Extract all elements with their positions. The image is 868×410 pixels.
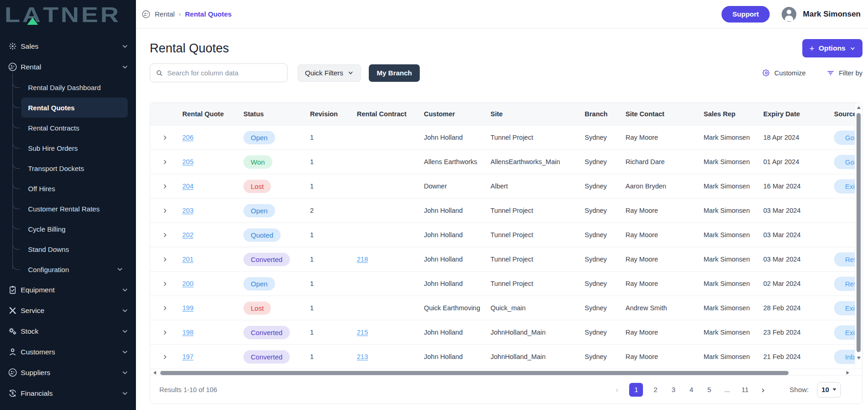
row-expander[interactable] [150,125,182,149]
pagination-page-2[interactable]: 2 [650,383,661,397]
pagination-page-1[interactable]: 1 [629,383,643,397]
sidebar-item-customers[interactable]: Customers [0,342,136,362]
sidebar-item-transport-dockets[interactable]: Transport Dockets [21,158,128,178]
app-logo[interactable]: LATNER [0,0,136,28]
row-expander[interactable] [150,222,182,247]
cell-branch: Sydney [585,320,626,344]
cell-site: Tunnel Project [490,247,585,271]
rental-quote-link[interactable]: 197 [182,353,193,360]
pagination-prev[interactable]: ‹ [611,383,622,397]
sidebar-item-stock[interactable]: Stock [0,321,136,342]
cell-rental-contract [357,174,424,198]
scroll-right-arrow[interactable] [846,371,849,375]
sidebar-item-customer-rental-rates[interactable]: Customer Rental Rates [21,199,128,219]
row-expander[interactable] [150,174,182,198]
sidebar-item-financials[interactable]: $Financials [0,383,136,404]
vertical-scrollbar-thumb[interactable] [857,113,861,352]
row-expander[interactable] [150,296,182,320]
quick-filters-label: Quick Filters [305,69,343,77]
breadcrumb-section[interactable]: Rental [155,10,175,18]
scroll-left-arrow[interactable] [153,371,156,375]
options-button[interactable]: + Options [802,39,862,57]
cell-status: Quoted [243,222,310,247]
cell-customer: John Holland [424,344,490,369]
customize-button[interactable]: Customize [762,69,806,77]
cell-site-contact: Ray Moore [626,344,704,369]
rental-quote-link[interactable]: 204 [182,182,193,190]
scroll-up-arrow[interactable] [857,106,861,109]
chevron-down-icon [122,370,128,376]
rental-quote-link[interactable]: 198 [182,329,193,336]
rental-contract-link[interactable]: 218 [357,256,368,263]
cell-site: Tunnel Project [490,271,585,296]
table-row: 202Quoted1John HollandTunnel ProjectSydn… [150,222,856,247]
page-size-select[interactable]: 10 [817,382,841,398]
chevron-right-icon [162,330,168,336]
cell-rental-contract: 215 [357,320,424,344]
cell-branch: Sydney [585,271,626,296]
row-expander[interactable] [150,247,182,271]
sidebar-item-cycle-billing[interactable]: Cycle Billing [21,219,128,239]
sidebar-item-rental[interactable]: Rental [0,57,136,77]
customers-icon [8,347,17,357]
rental-quote-link[interactable]: 205 [182,158,193,165]
pagination-page-5[interactable]: 5 [704,383,715,397]
horizontal-scrollbar-thumb[interactable] [160,371,789,375]
plus-icon: + [809,44,814,53]
rental-quotes-table-card: Rental QuoteStatusRevisionRental Contrac… [150,102,862,404]
cell-status: Lost [243,296,310,320]
rental-contract-link[interactable]: 215 [357,329,368,336]
cell-expiry-date: 03 Mar 2024 [763,247,834,271]
rental-quote-link[interactable]: 199 [182,304,193,312]
cell-revision: 1 [310,174,357,198]
chevron-down-icon [850,46,856,51]
quick-filters-button[interactable]: Quick Filters [298,64,361,82]
sidebar-item-equipment[interactable]: Equipment [0,279,136,300]
user-name[interactable]: Mark Simonsen [803,10,861,19]
cell-site: AllensEarthworks_Main [490,149,585,174]
rental-quote-link[interactable]: 200 [182,280,193,287]
rental-quote-link[interactable]: 202 [182,231,193,239]
cell-rental-contract [357,222,424,247]
sidebar-item-rental-daily-dashboard[interactable]: Rental Daily Dashboard [21,77,128,97]
row-expander[interactable] [150,344,182,369]
cell-expiry-date: 03 Mar 2024 [763,198,834,222]
suppliers-icon [8,368,17,377]
sidebar-item-suppliers[interactable]: Suppliers [0,362,136,383]
rental-contract-link[interactable]: 213 [357,353,368,360]
sidebar-item-configuration[interactable]: Configuration [21,259,128,279]
rental-quote-link[interactable]: 203 [182,207,193,214]
pagination-page-4[interactable]: 4 [686,383,697,397]
sidebar-item-stand-downs[interactable]: Stand Downs [21,239,128,259]
row-expander[interactable] [150,198,182,222]
row-expander[interactable] [150,149,182,174]
my-branch-button[interactable]: My Branch [369,64,420,82]
status-badge: Quoted [243,228,281,242]
breadcrumb-current-page[interactable]: Rental Quotes [185,10,232,18]
pagination-next[interactable]: › [757,383,768,397]
scroll-down-arrow[interactable] [857,357,861,359]
rental-icon [8,62,17,72]
pagination-page-11[interactable]: 11 [739,383,750,397]
user-avatar[interactable] [782,7,796,22]
support-button[interactable]: Support [721,6,770,23]
row-expander[interactable] [150,320,182,344]
search-input[interactable] [167,69,282,77]
sidebar-item-rental-contracts[interactable]: Rental Contracts [21,118,128,138]
row-expander[interactable] [150,271,182,296]
cell-expiry-date: 01 Apr 2024 [763,149,834,174]
sidebar-item-sales[interactable]: Sales [0,36,136,57]
sidebar-item-sub-hire-orders[interactable]: Sub Hire Orders [21,138,128,158]
topbar: Rental › Rental Quotes Support Mark Simo… [136,0,868,28]
sidebar-item-off-hires[interactable]: Off Hires [21,178,128,199]
cell-site: Tunnel Project [490,198,585,222]
sidebar-item-service[interactable]: Service [0,300,136,321]
cell-site: JohnHolland_Main [490,320,585,344]
rental-quote-link[interactable]: 201 [182,256,193,263]
filter-by-button[interactable]: Filter by [827,69,862,77]
rental-quote-link[interactable]: 206 [182,134,193,141]
cell-site-contact: Ray Moore [626,320,704,344]
source-badge: Refe [834,252,856,267]
pagination-page-3[interactable]: 3 [668,383,679,397]
sidebar-item-rental-quotes[interactable]: Rental Quotes [21,97,128,118]
